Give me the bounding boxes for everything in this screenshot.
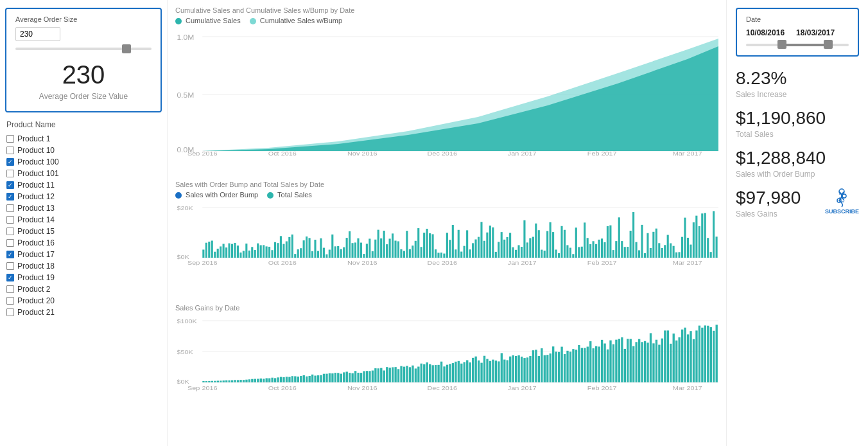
product-checkbox[interactable] [6, 147, 14, 154]
list-item[interactable]: Product 13 [5, 202, 162, 214]
product-checkbox[interactable]: ✓ [6, 193, 14, 201]
product-checkbox[interactable] [6, 170, 14, 177]
bar [309, 376, 311, 382]
bar [329, 250, 331, 258]
bar [569, 352, 571, 383]
product-checkbox[interactable] [6, 239, 14, 247]
list-item[interactable]: Product 21 [5, 307, 162, 318]
product-checkbox[interactable]: ✓ [6, 158, 14, 166]
order-size-big-number: 230 [15, 60, 152, 89]
bar [349, 373, 351, 383]
bar [228, 244, 230, 258]
bar [378, 369, 379, 383]
date-slider-thumb-right[interactable] [824, 40, 833, 49]
bar [558, 352, 560, 382]
list-item[interactable]: Product 10 [5, 145, 162, 156]
list-item[interactable]: Product 20 [5, 295, 162, 307]
bar [572, 254, 574, 258]
bar [286, 242, 288, 258]
bar [397, 242, 399, 258]
date-slider-thumb-left[interactable] [777, 40, 786, 49]
chart2-legend-item-2: Total Sales [267, 191, 312, 199]
list-item[interactable]: Product 15 [5, 226, 162, 237]
bar [251, 379, 253, 382]
bar [271, 378, 273, 382]
list-item[interactable]: ✓Product 11 [5, 179, 162, 191]
date-filter-card: Date 10/08/2016 18/03/2017 [736, 8, 859, 57]
list-item[interactable]: ✓Product 19 [5, 272, 162, 283]
bar [621, 337, 623, 382]
order-size-big-label: Average Order Size Value [15, 92, 152, 101]
bar [667, 235, 669, 258]
bar [661, 248, 663, 258]
bar [624, 349, 626, 382]
svg-text:Sep 2016: Sep 2016 [187, 150, 218, 156]
bar [426, 229, 428, 258]
product-checkbox[interactable] [6, 285, 14, 293]
bar [512, 355, 514, 382]
product-name: Product 21 [17, 308, 55, 317]
product-checkbox[interactable] [6, 227, 14, 235]
bar [509, 357, 511, 382]
bar [406, 366, 408, 383]
bar [378, 230, 379, 258]
bar [357, 373, 359, 382]
list-item[interactable]: Product 16 [5, 237, 162, 249]
bar [615, 340, 617, 382]
bar [214, 381, 216, 382]
product-name: Product 12 [17, 192, 55, 201]
list-item[interactable]: Product 1 [5, 133, 162, 145]
bar [538, 356, 540, 382]
order-size-input[interactable] [15, 27, 60, 41]
product-checkbox[interactable]: ✓ [6, 251, 14, 258]
bar [713, 331, 715, 382]
bar [294, 377, 296, 383]
svg-text:0.5M: 0.5M [177, 92, 194, 99]
list-item[interactable]: Product 14 [5, 214, 162, 226]
svg-text:Jan 2017: Jan 2017 [508, 150, 537, 156]
bar [552, 347, 554, 383]
bar [690, 332, 691, 383]
product-checkbox[interactable] [6, 216, 14, 224]
bar [675, 341, 677, 382]
product-checkbox[interactable] [6, 297, 14, 305]
bar [320, 375, 322, 382]
bar [449, 240, 451, 258]
product-checkbox[interactable] [6, 262, 14, 270]
bar [558, 253, 560, 258]
product-checkbox[interactable]: ✓ [6, 181, 14, 189]
bar [225, 380, 227, 382]
bar [489, 361, 491, 382]
bar [282, 377, 284, 382]
bar [618, 339, 620, 383]
product-checkbox[interactable] [6, 204, 14, 212]
list-item[interactable]: Product 2 [5, 283, 162, 295]
product-checkbox[interactable] [6, 308, 14, 316]
subscribe-button[interactable]: SUBSCRIBE [825, 188, 859, 215]
bar [366, 371, 368, 383]
bar [632, 346, 634, 382]
bar [675, 253, 677, 258]
bar [266, 247, 268, 258]
bar [526, 358, 528, 383]
list-item[interactable]: Product 18 [5, 260, 162, 272]
bar [220, 381, 221, 383]
list-item[interactable]: ✓Product 12 [5, 191, 162, 202]
list-item[interactable]: Product 101 [5, 168, 162, 179]
bar [421, 364, 422, 382]
bar [326, 254, 327, 258]
bar [263, 379, 265, 383]
date-from: 10/08/2016 [746, 28, 785, 37]
bar [541, 348, 542, 382]
list-item[interactable]: ✓Product 100 [5, 156, 162, 168]
bar [280, 377, 282, 382]
order-size-slider-thumb[interactable] [122, 44, 131, 53]
bar [237, 245, 239, 258]
bar [647, 343, 648, 383]
svg-text:$100K: $100K [177, 318, 197, 325]
product-name: Product 16 [17, 238, 55, 247]
product-checkbox[interactable]: ✓ [6, 274, 14, 281]
bar [294, 254, 296, 258]
list-item[interactable]: ✓Product 17 [5, 249, 162, 260]
product-checkbox[interactable] [6, 135, 14, 143]
